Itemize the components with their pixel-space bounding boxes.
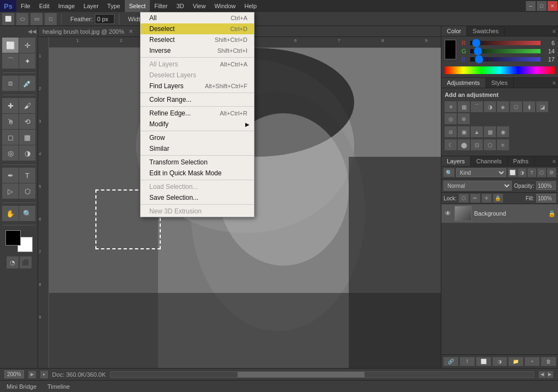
menu-item-reselect[interactable]: Reselect Shift+Ctrl+D: [141, 34, 254, 45]
menu-item-find-layers[interactable]: Find Layers Alt+Shift+Ctrl+F: [141, 81, 254, 91]
minimize-button[interactable]: ─: [526, 1, 536, 11]
menu-item-refine-edge-label: Refine Edge...: [149, 109, 191, 117]
menu-item-modify[interactable]: Modify ▶: [141, 119, 254, 130]
menu-item-similar-label: Similar: [149, 145, 169, 152]
menu-item-deselect-layers: Deselect Layers: [141, 70, 254, 81]
menu-item-save-selection-label: Save Selection...: [149, 194, 198, 201]
menu-file[interactable]: File: [16, 0, 35, 12]
menu-sep-2: [141, 93, 254, 93]
menu-item-grow-label: Grow: [149, 134, 165, 142]
menu-item-find-layers-shortcut: Alt+Shift+Ctrl+F: [205, 83, 247, 89]
menu-item-inverse-label: Inverse: [149, 47, 171, 54]
menu-item-quick-mask[interactable]: Edit in Quick Mask Mode: [141, 168, 254, 179]
menu-layer[interactable]: Layer: [79, 0, 103, 12]
menu-item-all-layers-shortcut: Alt+Ctrl+A: [220, 61, 247, 68]
menu-edit[interactable]: Edit: [35, 0, 54, 12]
menu-item-all-layers-label: All Layers: [149, 60, 178, 68]
menu-item-all-layers: All Layers Alt+Ctrl+A: [141, 59, 254, 70]
menu-sep-6: [141, 180, 254, 180]
modify-submenu-arrow: ▶: [245, 121, 250, 127]
menu-item-similar[interactable]: Similar: [141, 143, 254, 154]
close-button[interactable]: ✕: [548, 1, 557, 11]
dropdown-overlay[interactable]: [0, 0, 558, 392]
menu-item-find-layers-label: Find Layers: [149, 82, 184, 90]
menu-type[interactable]: Type: [103, 0, 125, 12]
menu-select[interactable]: Select: [125, 0, 150, 12]
menu-item-deselect-label: Deselect: [149, 25, 175, 33]
menu-item-reselect-shortcut: Shift+Ctrl+D: [215, 36, 247, 43]
menu-item-all[interactable]: All Ctrl+A: [141, 13, 254, 23]
menu-item-color-range-label: Color Range...: [149, 96, 191, 103]
menu-help[interactable]: Help: [240, 0, 262, 12]
menu-item-inverse-shortcut: Shift+Ctrl+I: [217, 47, 247, 54]
menu-item-transform-selection-label: Transform Selection: [149, 158, 208, 166]
menu-filter[interactable]: Filter: [150, 0, 172, 12]
menu-item-save-selection[interactable]: Save Selection...: [141, 192, 254, 203]
menu-item-deselect-shortcut: Ctrl+D: [231, 26, 247, 32]
menu-image[interactable]: Image: [54, 0, 80, 12]
menu-item-color-range[interactable]: Color Range...: [141, 94, 254, 105]
menu-bar: Ps File Edit Image Layer Type Select Fil…: [0, 0, 558, 12]
menu-item-new-3d-extrusion-label: New 3D Extrusion: [149, 207, 202, 215]
menu-item-deselect[interactable]: Deselect Ctrl+D: [141, 23, 254, 34]
menu-item-refine-edge-shortcut: Alt+Ctrl+R: [220, 110, 247, 117]
menu-view[interactable]: View: [189, 0, 210, 12]
menu-item-all-label: All: [149, 14, 156, 22]
menu-sep-1: [141, 57, 254, 58]
menu-item-all-shortcut: Ctrl+A: [231, 15, 247, 21]
menu-item-load-selection: Load Selection...: [141, 181, 254, 192]
menu-3d[interactable]: 3D: [172, 0, 189, 12]
menu-item-quick-mask-label: Edit in Quick Mask Mode: [149, 169, 222, 177]
app-logo: Ps: [0, 0, 16, 12]
menu-item-refine-edge[interactable]: Refine Edge... Alt+Ctrl+R: [141, 108, 254, 119]
menu-sep-7: [141, 204, 254, 205]
menu-item-reselect-label: Reselect: [149, 36, 175, 44]
menu-sep-4: [141, 131, 254, 131]
menu-sep-3: [141, 106, 254, 107]
menu-item-load-selection-label: Load Selection...: [149, 183, 198, 191]
menu-item-deselect-layers-label: Deselect Layers: [149, 71, 196, 79]
menu-item-modify-label: Modify: [149, 120, 168, 128]
menu-item-grow[interactable]: Grow: [141, 132, 254, 143]
menu-item-new-3d-extrusion: New 3D Extrusion: [141, 206, 254, 217]
select-menu-dropdown: All Ctrl+A Deselect Ctrl+D Reselect Shif…: [140, 12, 254, 217]
window-controls: ─ □ ✕: [525, 1, 558, 11]
menu-sep-5: [141, 155, 254, 156]
menu-window[interactable]: Window: [210, 0, 240, 12]
maximize-button[interactable]: □: [537, 1, 547, 11]
menu-item-inverse[interactable]: Inverse Shift+Ctrl+I: [141, 45, 254, 56]
menu-item-transform-selection[interactable]: Transform Selection: [141, 157, 254, 168]
